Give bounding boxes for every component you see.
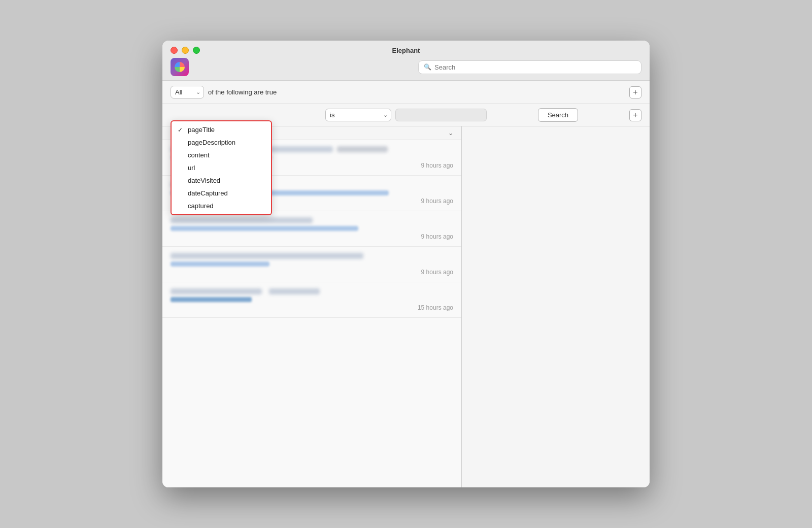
result-meta: 9 hours ago xyxy=(171,269,453,276)
close-button[interactable] xyxy=(171,47,178,54)
search-button[interactable]: Search xyxy=(538,108,578,122)
list-item[interactable]: 15 hours ago xyxy=(162,282,461,318)
result-meta: 9 hours ago xyxy=(171,233,453,240)
result-tag-blurred xyxy=(337,146,388,152)
all-select[interactable]: All Any None xyxy=(171,86,204,98)
result-title-blurred xyxy=(171,253,363,259)
dropdown-item-pageDescription[interactable]: pageDescription xyxy=(172,136,271,149)
chevron-down-icon[interactable]: ⌄ xyxy=(448,129,453,137)
result-time: 9 hours ago xyxy=(421,162,453,169)
result-title2-blurred xyxy=(269,288,320,294)
condition-select-wrapper: is is not contains does not contain star… xyxy=(325,109,391,121)
app-icon-graphic xyxy=(175,62,185,72)
titlebar: Elephant 🔍 xyxy=(162,41,650,81)
result-url-blurred xyxy=(171,297,252,302)
filter-condition-text: of the following are true xyxy=(208,88,277,96)
detail-pane xyxy=(462,126,650,487)
result-title-row xyxy=(171,217,453,223)
result-subtitle-blurred xyxy=(171,226,358,231)
filter-row: pageTitle pageDescription content url da… xyxy=(162,104,650,126)
dropdown-item-captured[interactable]: captured xyxy=(172,200,271,212)
list-item[interactable]: 9 hours ago xyxy=(162,211,461,247)
result-subtitle-blurred xyxy=(171,261,269,267)
dropdown-item-pageTitle[interactable]: pageTitle xyxy=(172,123,271,136)
maximize-button[interactable] xyxy=(193,47,200,54)
result-title-blurred xyxy=(171,288,262,294)
app-window: Elephant 🔍 All Any None of the following… xyxy=(162,41,650,487)
result-title-row xyxy=(171,288,453,294)
result-time: 15 hours ago xyxy=(418,304,453,311)
traffic-lights xyxy=(171,47,200,54)
dropdown-item-dateVisited[interactable]: dateVisited xyxy=(172,174,271,187)
filter-bar: All Any None of the following are true + xyxy=(162,81,650,104)
dropdown-item-dateCaptured[interactable]: dateCaptured xyxy=(172,187,271,200)
result-title-row xyxy=(171,253,453,259)
titlebar-second-row: 🔍 xyxy=(171,58,641,76)
condition-value-input[interactable] xyxy=(395,109,487,121)
result-time: 9 hours ago xyxy=(421,233,453,240)
result-meta: 15 hours ago xyxy=(171,304,453,311)
global-search-bar[interactable]: 🔍 xyxy=(418,60,641,74)
search-icon: 🔍 xyxy=(424,63,431,71)
list-item[interactable]: 9 hours ago xyxy=(162,247,461,282)
result-time: 9 hours ago xyxy=(421,197,453,205)
minimize-button[interactable] xyxy=(182,47,189,54)
add-filter-button[interactable]: + xyxy=(629,86,641,98)
condition-select[interactable]: is is not contains does not contain star… xyxy=(325,109,391,121)
window-title: Elephant xyxy=(392,47,420,54)
dropdown-item-url[interactable]: url xyxy=(172,161,271,174)
all-select-wrapper: All Any None xyxy=(171,86,204,98)
result-time: 9 hours ago xyxy=(421,269,453,276)
app-icon xyxy=(171,58,189,76)
search-input[interactable] xyxy=(434,63,636,71)
titlebar-top: Elephant xyxy=(171,47,641,54)
field-dropdown-menu: pageTitle pageDescription content url da… xyxy=(171,120,272,215)
dropdown-item-content[interactable]: content xyxy=(172,149,271,161)
result-title-blurred xyxy=(171,217,313,223)
add-condition-button[interactable]: + xyxy=(629,109,641,121)
